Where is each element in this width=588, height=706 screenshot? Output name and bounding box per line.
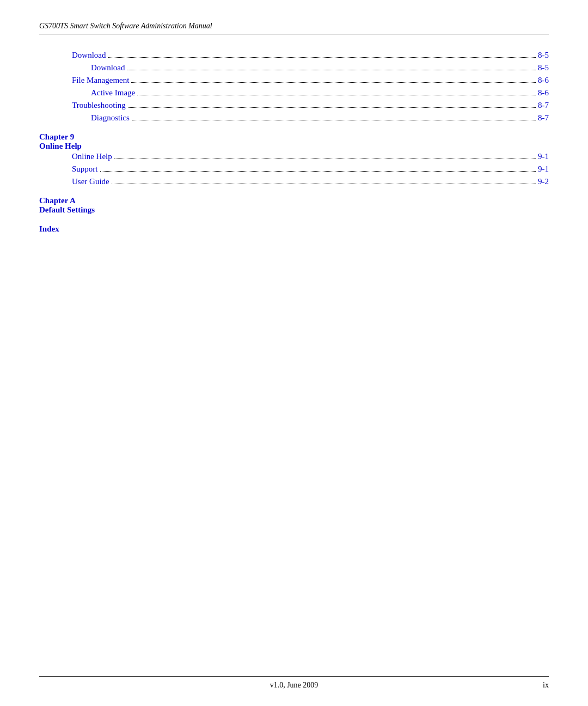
page-footer: v1.0, June 2009 — [0, 676, 588, 690]
toc-page-support: 9-1 — [538, 165, 549, 174]
toc-entry-download-2: Download 8-5 — [39, 63, 549, 72]
toc-entry-active-image: Active Image 8-6 — [39, 88, 549, 98]
page-header: GS700TS Smart Switch Software Administra… — [39, 22, 549, 34]
toc-link-user-guide[interactable]: User Guide — [72, 177, 109, 186]
toc-dots — [112, 184, 536, 184]
toc-page-troubleshooting: 8-7 — [538, 101, 549, 110]
toc-page-active-image: 8-6 — [538, 88, 549, 98]
toc-link-troubleshooting[interactable]: Troubleshooting — [72, 101, 126, 110]
toc-link-file-management[interactable]: File Management — [72, 76, 129, 85]
toc-dots — [114, 159, 536, 159]
toc-dots — [137, 95, 536, 95]
toc-page-download-1: 8-5 — [538, 51, 549, 60]
toc-page-user-guide: 9-2 — [538, 177, 549, 186]
toc-dots — [128, 107, 536, 108]
chapter9-label[interactable]: Chapter 9 — [39, 132, 74, 141]
toc-dots — [131, 82, 536, 83]
toc-dots — [100, 171, 536, 172]
toc-entry-online-help: Online Help 9-1 — [39, 152, 549, 161]
toc-entry-file-management: File Management 8-6 — [39, 76, 549, 85]
footer-version: v1.0, June 2009 — [270, 681, 318, 690]
header-title: GS700TS Smart Switch Software Administra… — [39, 22, 212, 31]
toc-link-support[interactable]: Support — [72, 165, 98, 174]
toc-dots — [127, 70, 536, 70]
toc-link-download-1[interactable]: Download — [72, 51, 106, 60]
index-label[interactable]: Index — [39, 224, 59, 233]
footer-divider — [39, 676, 549, 677]
toc-dots — [132, 120, 536, 120]
toc-entry-user-guide: User Guide 9-2 — [39, 177, 549, 186]
chapter9-heading: Chapter 9 Online Help — [39, 132, 549, 151]
toc-page-file-management: 8-6 — [538, 76, 549, 85]
toc-link-download-2[interactable]: Download — [91, 63, 125, 72]
page-container: GS700TS Smart Switch Software Administra… — [0, 0, 588, 706]
chapter9-title[interactable]: Online Help — [39, 142, 82, 150]
toc-entry-diagnostics: Diagnostics 8-7 — [39, 113, 549, 123]
toc-page-diagnostics: 8-7 — [538, 113, 549, 123]
chapterA-title[interactable]: Default Settings — [39, 205, 95, 214]
footer-page-number: ix — [543, 681, 549, 690]
chapterA-heading: Chapter A Default Settings — [39, 196, 549, 215]
toc-entry-support: Support 9-1 — [39, 165, 549, 174]
toc-entry-troubleshooting: Troubleshooting 8-7 — [39, 101, 549, 110]
toc-dots — [108, 57, 536, 58]
toc-link-active-image[interactable]: Active Image — [91, 88, 135, 98]
toc-content: Download 8-5 Download 8-5 File Managemen… — [39, 51, 549, 234]
toc-link-online-help[interactable]: Online Help — [72, 152, 112, 161]
index-entry: Index — [39, 224, 549, 234]
chapterA-label[interactable]: Chapter A — [39, 196, 76, 205]
toc-link-diagnostics[interactable]: Diagnostics — [91, 113, 130, 123]
toc-page-online-help: 9-1 — [538, 152, 549, 161]
toc-page-download-2: 8-5 — [538, 63, 549, 72]
toc-entry-download-1: Download 8-5 — [39, 51, 549, 60]
